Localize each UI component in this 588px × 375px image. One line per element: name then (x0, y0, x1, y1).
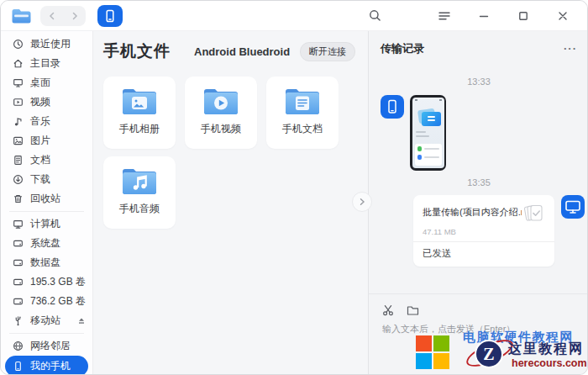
file-status: 已发送 (423, 242, 545, 261)
sidebar-item-volume-736[interactable]: 736.2 GB 卷 (1, 292, 92, 311)
globe-icon (13, 341, 24, 351)
computer-avatar (561, 195, 585, 219)
sidebar-item-home[interactable]: 主目录 (1, 54, 92, 73)
send-text-input[interactable] (382, 324, 577, 334)
document-icon (13, 155, 24, 166)
folder-card-label: 手机相册 (119, 122, 160, 136)
folder-card-label: 手机音频 (119, 202, 160, 216)
sidebar-item-data-disk[interactable]: 数据盘 (1, 253, 92, 272)
forward-button[interactable] (63, 6, 86, 26)
file-name: 批量传输(项目内容介绍.mp4) (423, 203, 522, 218)
message-timestamp: 13:33 (369, 77, 588, 87)
thumb-status-icon (415, 99, 417, 101)
app-window: 最近使用 主目录 桌面 视频 音乐 图片 文档 下载 (0, 0, 588, 375)
sidebar-item-label: 系统盘 (30, 236, 60, 251)
page-title: 手机文件 (103, 40, 171, 62)
folder-card-documents[interactable]: 手机文档 (266, 77, 339, 149)
sidebar-item-pictures[interactable]: 图片 (1, 131, 92, 151)
folder-videos-icon (202, 86, 240, 118)
minimize-button[interactable] (471, 5, 496, 27)
titlebar-right-controls (362, 5, 575, 27)
phone-icon (13, 361, 24, 372)
disk-icon (13, 296, 24, 307)
sidebar-item-label: 计算机 (30, 217, 60, 231)
message-from-phone (369, 95, 588, 171)
sidebar-item-label: 回收站 (30, 192, 60, 206)
send-file-folder-icon[interactable] (407, 305, 419, 316)
thumb-folder-illustration (422, 112, 441, 126)
sidebar-item-label: 数据盘 (30, 256, 60, 270)
file-stack-check-icon (523, 203, 545, 224)
phone-icon (104, 9, 116, 23)
sidebar: 最近使用 主目录 桌面 视频 音乐 图片 文档 下载 (1, 31, 93, 374)
phone-screenshot-thumbnail[interactable] (410, 95, 446, 171)
sidebar-item-documents[interactable]: 文档 (1, 151, 92, 170)
sidebar-item-label: 736.2 GB 卷 (30, 294, 86, 309)
folder-photos-icon (120, 86, 159, 118)
sidebar-item-label: 桌面 (30, 76, 50, 90)
file-transfer-card[interactable]: 批量传输(项目内容介绍.mp4) 47.11 MB 已发送 (413, 195, 554, 267)
thumb-status-icon (439, 99, 442, 101)
sidebar-item-volume-195[interactable]: 195.3 GB 卷 (1, 272, 92, 292)
app-logo-folder-icon (11, 8, 32, 24)
sidebar-item-downloads[interactable]: 下载 (1, 170, 92, 189)
folder-documents-icon (283, 86, 322, 118)
sidebar-item-my-phone[interactable]: 我的手机 (5, 356, 88, 375)
sidebar-item-label: 视频 (30, 95, 50, 109)
maximize-button[interactable] (511, 5, 536, 27)
close-button[interactable] (550, 5, 575, 27)
phone-folder-grid: 手机相册 手机视频 (103, 77, 339, 229)
picture-icon (13, 135, 24, 146)
folder-card-label: 手机视频 (201, 122, 241, 136)
phone-avatar (381, 95, 404, 119)
folder-audio-icon (120, 166, 159, 198)
transfer-panel-title: 传输记录 (381, 41, 424, 56)
disk-icon (13, 257, 24, 268)
phone-files-panel: 手机文件 Android Bluedroid 断开连接 手机相册 (93, 31, 368, 374)
clock-icon (13, 39, 24, 50)
sidebar-divider (9, 333, 84, 334)
sidebar-item-network[interactable]: 网络邻居 (1, 336, 92, 356)
folder-card-videos[interactable]: 手机视频 (185, 77, 257, 149)
collapse-panel-button[interactable] (352, 192, 372, 212)
search-icon[interactable] (362, 5, 387, 27)
sidebar-item-desktop[interactable]: 桌面 (1, 73, 92, 92)
back-button[interactable] (40, 6, 63, 26)
sidebar-item-computer[interactable]: 计算机 (1, 214, 92, 234)
disconnect-button[interactable]: 断开连接 (300, 42, 355, 61)
download-icon (13, 174, 24, 185)
sidebar-item-recent[interactable]: 最近使用 (1, 34, 92, 54)
chevron-right-icon (358, 198, 366, 206)
music-note-icon (13, 116, 24, 127)
device-name: Android Bluedroid (194, 45, 290, 58)
sidebar-item-system-disk[interactable]: 系统盘 (1, 234, 92, 253)
eject-icon[interactable] (77, 317, 86, 325)
folder-card-audio[interactable]: 手机音频 (103, 156, 176, 229)
sidebar-item-removable[interactable]: 移动站 (1, 311, 92, 330)
more-options-icon[interactable]: ··· (564, 45, 577, 52)
sidebar-item-label: 最近使用 (30, 37, 71, 51)
sidebar-item-label: 文档 (30, 153, 50, 167)
monitor-icon (564, 199, 581, 214)
sidebar-item-music[interactable]: 音乐 (1, 112, 92, 131)
menu-icon[interactable] (432, 5, 457, 27)
sidebar-item-label: 移动站 (30, 314, 60, 328)
screenshot-scissors-icon[interactable] (382, 304, 394, 316)
folder-card-label: 手机文档 (282, 122, 323, 136)
sidebar-item-videos[interactable]: 视频 (1, 92, 92, 112)
sidebar-item-label: 音乐 (30, 114, 50, 129)
sidebar-item-label: 主目录 (30, 56, 60, 71)
message-input-area (369, 293, 588, 374)
transfer-panel-header: 传输记录 ··· (369, 31, 588, 56)
phone-files-header: 手机文件 Android Bluedroid 断开连接 (103, 40, 368, 62)
sidebar-item-label: 下载 (30, 172, 50, 187)
sidebar-item-trash[interactable]: 回收站 (1, 189, 92, 209)
video-icon (13, 97, 24, 108)
sidebar-item-label: 我的手机 (30, 359, 71, 373)
sidebar-item-label: 网络邻居 (30, 339, 71, 353)
phone-mode-button[interactable] (97, 5, 123, 27)
desktop-icon (13, 77, 24, 88)
transfer-record-panel: 传输记录 ··· 13:33 (368, 31, 588, 374)
folder-card-photos[interactable]: 手机相册 (103, 77, 176, 149)
sidebar-divider (9, 211, 84, 212)
